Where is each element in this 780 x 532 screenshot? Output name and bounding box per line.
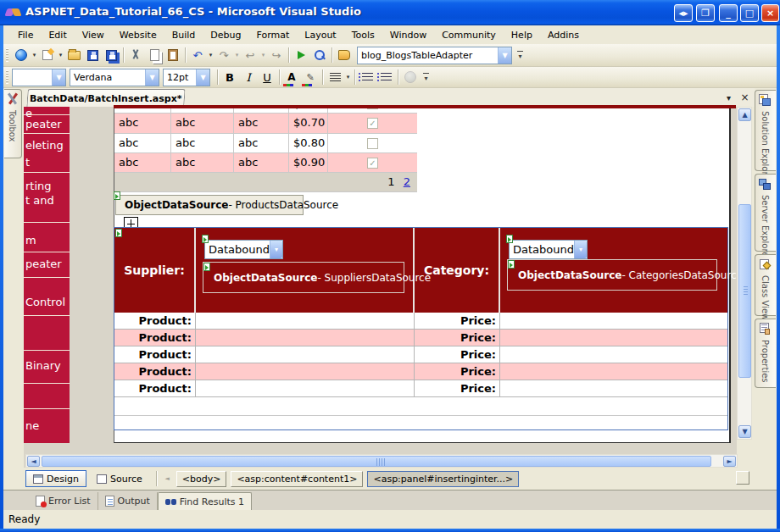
nav-item-fragment[interactable]: Binary <box>25 359 61 372</box>
combo-dropdown-icon[interactable]: ▼ <box>498 47 511 64</box>
combo-dropdown-icon[interactable]: ▼ <box>196 69 209 86</box>
alignment-dropdown[interactable]: ▾ <box>344 74 352 80</box>
categories-datasource-control[interactable]: ObjectDataSource - CategoriesDataSource <box>507 259 717 291</box>
menu-window[interactable]: Window <box>382 28 434 42</box>
horizontal-scrollbar[interactable]: ◄ ► <box>25 454 738 468</box>
horizontal-scroll-thumb[interactable] <box>42 456 711 467</box>
smart-tag-icon[interactable] <box>508 260 515 269</box>
table-adapter-combobox[interactable]: blog_BlogsTableAdapter ▼ <box>357 47 512 64</box>
menu-community[interactable]: Community <box>434 28 504 42</box>
scroll-right-icon[interactable]: ► <box>723 456 736 467</box>
dock-button[interactable]: ◂▸ <box>674 4 693 22</box>
menu-build[interactable]: Build <box>164 28 203 42</box>
menu-help[interactable]: Help <box>504 28 540 42</box>
italic-button[interactable]: I <box>239 69 258 86</box>
scroll-left-icon[interactable]: ◄ <box>27 456 40 467</box>
menu-debug[interactable]: Debug <box>203 28 248 42</box>
smart-tag-icon[interactable] <box>506 235 513 243</box>
vertical-scroll-thumb[interactable] <box>738 204 751 378</box>
save-button[interactable] <box>83 47 102 64</box>
combo-dropdown-icon[interactable]: ▼ <box>145 69 159 86</box>
scroll-up-icon[interactable]: ▲ <box>738 108 751 121</box>
alignment-button[interactable] <box>326 69 344 86</box>
tag-nav-panel[interactable]: <asp:panel#insertinginter...> <box>367 471 519 487</box>
add-item-button[interactable] <box>38 47 57 64</box>
categories-dropdownlist[interactable]: Databound ▾ <box>509 240 588 259</box>
checkbox[interactable]: ✓ <box>367 158 378 169</box>
nav-item-fragment[interactable]: rting <box>25 180 52 192</box>
inserting-interface-panel[interactable]: Supplier: Databound ▾ ObjectDataSource -… <box>114 227 728 430</box>
nav-item-fragment[interactable]: eleting <box>25 139 64 152</box>
toolbar-grip[interactable] <box>6 48 8 62</box>
toolbar-grip[interactable] <box>6 70 8 84</box>
copy-button[interactable] <box>145 47 164 64</box>
navigate-back-dropdown[interactable]: ▾ <box>259 52 267 58</box>
maximize-button[interactable]: □ <box>740 4 759 22</box>
nav-item-fragment[interactable]: Control <box>25 296 65 308</box>
nav-item-fragment[interactable]: m <box>25 234 36 247</box>
save-all-button[interactable] <box>102 47 120 64</box>
tag-nav-content[interactable]: <asp:content#content1> <box>231 471 363 487</box>
start-debugging-button[interactable] <box>292 47 310 64</box>
bold-button[interactable]: B <box>220 69 239 86</box>
find-in-files-button[interactable] <box>310 47 329 64</box>
new-website-button[interactable] <box>12 47 31 64</box>
toolbox-tab[interactable]: Toolbox <box>4 89 22 158</box>
add-item-dropdown[interactable]: ▾ <box>57 52 64 58</box>
font-size-combobox[interactable]: 12pt ▼ <box>163 69 210 86</box>
suppliers-dropdownlist[interactable]: Databound ▾ <box>204 240 283 259</box>
tab-list-dropdown-icon[interactable]: ▾ <box>722 92 735 104</box>
highlight-color-button[interactable]: ✎ <box>301 69 320 86</box>
output-tab[interactable]: Output <box>98 492 158 510</box>
properties-tab[interactable]: Properties <box>755 319 776 388</box>
underline-button[interactable]: U <box>258 69 276 86</box>
pager-page-link[interactable]: 2 <box>404 175 410 188</box>
server-explorer-tab[interactable]: Server Explorer <box>755 174 776 252</box>
menu-file[interactable]: File <box>10 28 41 42</box>
navigate-forward-button[interactable]: ↪ <box>267 47 286 64</box>
menu-website[interactable]: Website <box>112 28 164 42</box>
find-results-tab[interactable]: Find Results 1 <box>158 492 252 510</box>
new-website-dropdown[interactable]: ▾ <box>31 52 38 58</box>
close-document-icon[interactable]: × <box>738 92 751 104</box>
combo-dropdown-icon[interactable]: ▼ <box>52 69 65 86</box>
hyperlink-button[interactable] <box>401 69 420 86</box>
smart-tag-icon[interactable] <box>203 263 210 271</box>
toolbar-overflow-button[interactable]: ▾ <box>515 47 525 63</box>
splitter-button[interactable] <box>736 471 749 485</box>
checkbox[interactable] <box>367 108 378 109</box>
scroll-down-icon[interactable]: ▼ <box>738 425 751 438</box>
toolbar-overflow-button[interactable]: ▾ <box>421 69 431 85</box>
menu-edit[interactable]: Edit <box>41 28 74 42</box>
foreground-color-button[interactable]: A <box>282 69 301 86</box>
menu-format[interactable]: Format <box>249 28 298 42</box>
chevron-down-icon[interactable]: ▾ <box>574 241 587 258</box>
products-datasource-control[interactable]: ObjectDataSource - ProductsDataSource <box>115 195 304 215</box>
float-window-button[interactable]: ❐ <box>696 4 715 22</box>
class-view-tab[interactable]: Class View <box>755 254 776 316</box>
nav-item-fragment[interactable]: t <box>25 156 30 169</box>
smart-tag-icon[interactable] <box>115 229 122 237</box>
redo-button[interactable]: ↷ <box>214 47 233 64</box>
smart-tag-icon[interactable] <box>202 235 209 243</box>
font-combobox[interactable]: Verdana ▼ <box>70 69 159 86</box>
title-bar[interactable]: ASPNET_Data_Tutorial_66_CS - Microsoft V… <box>0 0 780 25</box>
smart-tag-icon[interactable] <box>114 191 120 200</box>
navigate-back-button[interactable]: ↩ <box>241 47 259 64</box>
document-tab[interactable]: BatchData/BatchInsert.aspx* <box>26 89 185 107</box>
close-button[interactable]: × <box>761 4 779 22</box>
nav-item-fragment[interactable]: ne <box>25 419 39 432</box>
style-combobox[interactable]: ▼ <box>12 69 66 86</box>
checkbox[interactable] <box>367 138 378 149</box>
vertical-scrollbar[interactable]: ▲ ▼ <box>737 107 752 440</box>
chevron-down-icon[interactable]: ▾ <box>270 241 282 258</box>
tag-nav-back-icon[interactable]: ◄ <box>164 475 171 482</box>
menu-tools[interactable]: Tools <box>344 28 382 42</box>
solution-explorer-tab[interactable]: Solution Explorer <box>755 90 776 171</box>
source-view-button[interactable]: Source <box>90 470 149 487</box>
menu-layout[interactable]: Layout <box>297 28 343 42</box>
design-view-button[interactable]: Design <box>25 470 86 487</box>
cut-button[interactable] <box>126 47 145 64</box>
nav-item-fragment[interactable]: peater <box>25 118 62 130</box>
tag-nav-body[interactable]: <body> <box>176 471 227 487</box>
